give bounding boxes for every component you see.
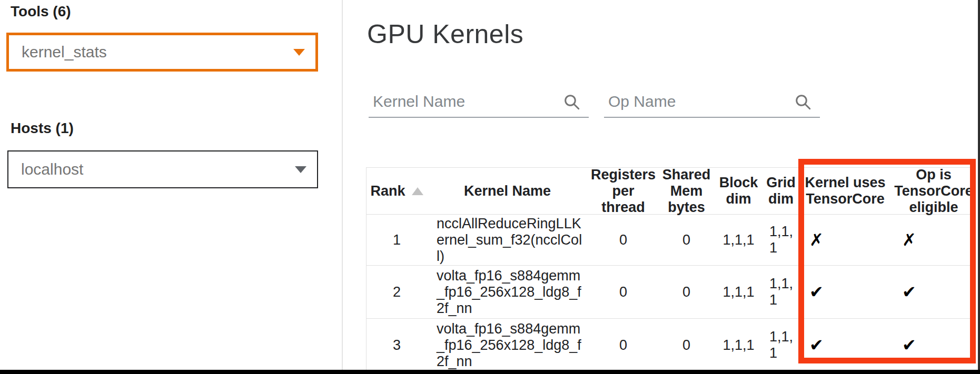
column-header-registers-per-thread[interactable]: Registers per thread bbox=[588, 167, 659, 216]
column-header-shared-mem-bytes[interactable]: Shared Mem bytes bbox=[659, 167, 714, 216]
op-tensorcore-eligible-cell: ✔ bbox=[892, 337, 976, 353]
block-dim-cell: 1,1,1 bbox=[714, 337, 763, 353]
table-row: 3 volta_fp16_s884gemm_fp16_256x128_ldg8_… bbox=[367, 319, 976, 372]
grid-dim-cell: 1,1,1 bbox=[763, 224, 799, 256]
hosts-label: Hosts (1) bbox=[11, 120, 74, 137]
sort-asc-triangle-icon bbox=[412, 187, 423, 195]
profiler-kernel-stats-page: Tools (6) kernel_stats Hosts (1) localho… bbox=[0, 0, 980, 374]
gpu-kernels-table: Rank Kernel Name Registers per thread Sh… bbox=[366, 167, 976, 372]
kernel-name-filter-input[interactable]: Kernel Name bbox=[369, 78, 589, 118]
dropdown-arrow-icon bbox=[295, 166, 306, 173]
kernel-name-cell: volta_fp16_s884gemm_fp16_256x128_ldg8_f2… bbox=[427, 321, 588, 370]
column-header-grid-dim[interactable]: Grid dim bbox=[763, 175, 799, 207]
op-name-filter-input[interactable]: Op Name bbox=[604, 78, 820, 118]
search-icon bbox=[562, 93, 581, 112]
registers-cell: 0 bbox=[588, 232, 659, 248]
op-tensorcore-eligible-cell: ✗ bbox=[892, 232, 976, 248]
kernel-name-cell: ncclAllReduceRingLLKernel_sum_f32(ncclCo… bbox=[427, 216, 588, 265]
block-dim-cell: 1,1,1 bbox=[714, 284, 763, 300]
kernel-uses-tensorcore-cell: ✗ bbox=[799, 232, 892, 248]
dropdown-arrow-icon bbox=[293, 49, 305, 56]
kernel-name-placeholder: Kernel Name bbox=[373, 93, 465, 110]
table-row: 2 volta_fp16_s884gemm_fp16_256x128_ldg8_… bbox=[367, 266, 976, 319]
kernel-uses-tensorcore-cell: ✔ bbox=[799, 284, 892, 300]
kernel-name-cell: volta_fp16_s884gemm_fp16_256x128_ldg8_f2… bbox=[427, 268, 588, 317]
rank-cell: 3 bbox=[367, 337, 427, 353]
grid-dim-cell: 1,1,1 bbox=[763, 329, 799, 361]
shared-mem-cell: 0 bbox=[659, 232, 714, 248]
column-header-op-tensorcore-eligible[interactable]: Op is TensorCore eligible bbox=[892, 167, 976, 216]
column-header-block-dim[interactable]: Block dim bbox=[714, 175, 763, 207]
tools-select[interactable]: kernel_stats bbox=[6, 33, 318, 72]
column-header-kernel-name[interactable]: Kernel Name bbox=[427, 183, 588, 199]
hosts-select[interactable]: localhost bbox=[7, 150, 318, 188]
table-row: 1 ncclAllReduceRingLLKernel_sum_f32(nccl… bbox=[367, 215, 976, 266]
tools-label: Tools (6) bbox=[11, 3, 71, 20]
kernel-uses-tensorcore-cell: ✔ bbox=[799, 337, 892, 353]
registers-cell: 0 bbox=[588, 284, 659, 300]
window-right-edge bbox=[978, 0, 980, 374]
bottom-black-bar bbox=[0, 370, 980, 374]
table-header-row: Rank Kernel Name Registers per thread Sh… bbox=[367, 168, 976, 215]
page-title: GPU Kernels bbox=[367, 19, 523, 49]
shared-mem-cell: 0 bbox=[659, 284, 714, 300]
op-tensorcore-eligible-cell: ✔ bbox=[892, 284, 976, 300]
shared-mem-cell: 0 bbox=[659, 337, 714, 353]
sidebar-divider bbox=[342, 0, 343, 370]
grid-dim-cell: 1,1,1 bbox=[763, 276, 799, 308]
search-icon bbox=[794, 93, 813, 112]
tools-select-value: kernel_stats bbox=[22, 43, 107, 61]
column-header-kernel-uses-tensorcore[interactable]: Kernel uses TensorCore bbox=[799, 175, 892, 207]
registers-cell: 0 bbox=[588, 337, 659, 353]
hosts-select-value: localhost bbox=[21, 160, 83, 178]
rank-cell: 1 bbox=[367, 232, 427, 248]
rank-cell: 2 bbox=[367, 284, 427, 300]
block-dim-cell: 1,1,1 bbox=[714, 232, 763, 248]
column-header-rank[interactable]: Rank bbox=[367, 183, 427, 199]
op-name-placeholder: Op Name bbox=[608, 93, 676, 110]
